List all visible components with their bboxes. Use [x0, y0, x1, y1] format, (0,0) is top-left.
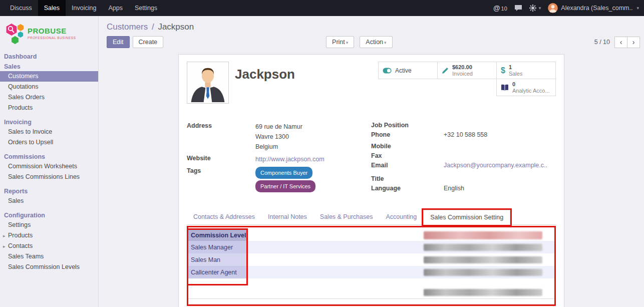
action-menu-button[interactable]: Action — [360, 36, 392, 48]
website-link[interactable]: http://www.jackpson.com — [255, 154, 325, 164]
tab-sales-purchases[interactable]: Sales & Purchases — [313, 210, 380, 224]
app-logo[interactable]: PROBUSE PROFESSIONAL BUSINESS — [0, 16, 98, 49]
create-button[interactable]: Create — [133, 36, 164, 48]
stat-buttons: Active $620.00 Invoiced — [376, 62, 556, 96]
sidebar-heading-sales[interactable]: Sales — [0, 62, 98, 71]
sidebar-item-reports-sales[interactable]: Sales — [0, 196, 98, 206]
sidebar-item-label: Contacts — [8, 242, 33, 249]
fax-label: Fax — [371, 152, 444, 162]
sidebar-item-commission-worksheets[interactable]: Commission Worksheets — [0, 161, 98, 172]
sidebar-item-products[interactable]: Products — [0, 103, 98, 113]
main-content: Customers / Jackpson Edit Create Print A… — [99, 16, 644, 307]
menu-sales[interactable]: Sales — [38, 0, 66, 16]
column-header-commission-level: Commission Level — [188, 230, 247, 241]
sidebar-heading-reports[interactable]: Reports — [0, 187, 98, 196]
action-label: Action — [366, 39, 383, 46]
breadcrumb-customers-link[interactable]: Customers — [107, 22, 148, 32]
topbar: Discuss Sales Invoicing Apps Settings @ … — [0, 0, 644, 16]
sales-stat-button[interactable]: 1 Sales — [496, 62, 556, 79]
customer-photo[interactable] — [187, 62, 229, 104]
table-row-redacted — [188, 286, 554, 298]
pager: 5 / 10 ‹ › — [594, 37, 640, 48]
user-name: Alexandra (Sales_comm.. — [561, 5, 632, 12]
sidebar-item-settings[interactable]: Settings — [0, 220, 98, 230]
sidebar-heading-commissions[interactable]: Commissions — [0, 152, 98, 161]
mentions-button[interactable]: @ 10 — [493, 4, 507, 12]
sidebar-item-sales-teams[interactable]: Sales Teams — [0, 251, 98, 262]
redacted-cell — [424, 244, 542, 251]
tab-internal-notes[interactable]: Internal Notes — [261, 210, 313, 224]
sheet-area: Jackpson Active $620.00 Invoiced — [99, 54, 644, 307]
job-position-label: Job Position — [371, 122, 444, 131]
print-menu-button[interactable]: Print — [326, 36, 354, 48]
tag-components-buyer: Components Buyer — [255, 167, 312, 179]
table-row-callcenter-agent[interactable]: Callcenter Agent — [188, 266, 554, 278]
sidebar-item-quotations[interactable]: Quotations — [0, 82, 98, 92]
invoiced-label: Invoiced — [452, 71, 473, 77]
gear-icon — [529, 5, 536, 12]
redacted-header-cell — [424, 231, 542, 239]
print-label: Print — [332, 39, 345, 46]
messages-button[interactable] — [514, 5, 522, 12]
pager-previous-button[interactable]: ‹ — [614, 37, 627, 48]
breadcrumb-current: Jackpson — [158, 22, 194, 32]
app-root: Discuss Sales Invoicing Apps Settings @ … — [0, 0, 644, 307]
edit-button[interactable]: Edit — [107, 36, 130, 48]
active-stat-button[interactable]: Active — [378, 62, 438, 79]
book-icon — [501, 84, 509, 91]
active-label: Active — [395, 67, 412, 74]
table-row-sales-man[interactable]: Sales Man — [188, 253, 554, 266]
commission-level-cell[interactable]: Sales Man — [188, 253, 247, 266]
sidebar-item-sales-commission-levels[interactable]: Sales Commission Levels — [0, 262, 98, 272]
field-groups: Address 69 rue de Namur Wavre 1300 Belgi… — [187, 122, 556, 195]
sidebar-item-config-products[interactable]: Products — [0, 230, 98, 241]
tag-partner-it-services: Partner / IT Services — [255, 180, 315, 192]
cp-center-buttons: Print Action — [326, 36, 393, 48]
sidebar-heading-invoicing[interactable]: Invoicing — [0, 118, 98, 127]
sidebar-item-sales-commissions-lines[interactable]: Sales Commissions Lines — [0, 172, 98, 182]
sidebar-item-sales-orders[interactable]: Sales Orders — [0, 92, 98, 103]
commission-level-cell[interactable]: Callcenter Agent — [188, 266, 247, 278]
chat-bubble-icon — [514, 5, 522, 12]
table-header-row: Commission Level — [188, 230, 554, 241]
tab-sales-commission-setting[interactable]: Sales Commission Setting — [423, 210, 510, 225]
probuse-logo-icon — [5, 22, 24, 44]
redacted-cell — [424, 269, 542, 276]
user-menu[interactable]: Alexandra (Sales_comm.. — [548, 3, 639, 13]
commission-level-cell[interactable]: Sales Manager — [188, 241, 247, 253]
email-label: Email — [371, 162, 444, 171]
address-line-3: Belgium — [255, 142, 302, 152]
annotation-box-table: Commission Level Sales Manager Sales Man — [187, 226, 556, 306]
menu-apps[interactable]: Apps — [102, 0, 129, 16]
address-line-2: Wavre 1300 — [255, 132, 302, 142]
phone-value: +32 10 588 558 — [444, 131, 487, 141]
mention-count: 10 — [501, 6, 507, 12]
menu-discuss[interactable]: Discuss — [4, 0, 38, 16]
language-label: Language — [371, 185, 444, 194]
analytic-count: 0 — [512, 81, 550, 88]
sidebar-item-sales-to-invoice[interactable]: Sales to Invoice — [0, 127, 98, 137]
pager-next-button[interactable]: › — [627, 37, 640, 48]
menu-settings[interactable]: Settings — [129, 0, 163, 16]
address-line-1: 69 rue de Namur — [255, 122, 302, 132]
tags-label: Tags — [187, 167, 255, 192]
sidebar-heading-dashboard[interactable]: Dashboard — [0, 52, 98, 61]
topbar-systray: @ 10 Alexandra (Sales_comm.. — [493, 0, 644, 16]
analytic-label: Analytic Acco... — [512, 88, 550, 94]
tab-accounting[interactable]: Accounting — [379, 210, 423, 224]
sales-label: Sales — [509, 71, 523, 77]
sidebar-item-orders-to-upsell[interactable]: Orders to Upsell — [0, 137, 98, 148]
sidebar-heading-configuration[interactable]: Configuration — [0, 211, 98, 220]
invoiced-stat-button[interactable]: $620.00 Invoiced — [437, 62, 497, 79]
sidebar-item-config-contacts[interactable]: Contacts — [0, 241, 98, 251]
email-link[interactable]: Jackpson@yourcompany.example.c.. — [444, 162, 547, 171]
table-row-sales-manager[interactable]: Sales Manager — [188, 241, 554, 253]
sidebar-item-customers[interactable]: Customers — [0, 71, 98, 82]
systray-gear-button[interactable] — [529, 5, 541, 12]
pager-counter: 5 / 10 — [594, 39, 610, 46]
tab-contacts-addresses[interactable]: Contacts & Addresses — [187, 210, 261, 224]
redacted-cell — [424, 256, 542, 263]
analytic-accounts-stat-button[interactable]: 0 Analytic Acco... — [496, 79, 556, 96]
menu-invoicing[interactable]: Invoicing — [66, 0, 102, 16]
redacted-cell — [424, 289, 542, 296]
